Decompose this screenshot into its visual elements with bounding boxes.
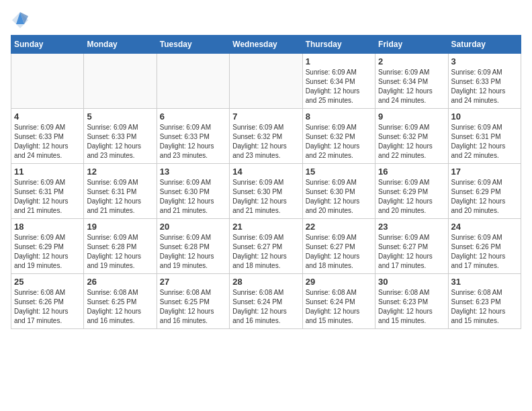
- calendar-cell: 8Sunrise: 6:09 AM Sunset: 6:32 PM Daylig…: [302, 109, 375, 164]
- weekday-header-friday: Friday: [375, 36, 448, 54]
- day-info: Sunrise: 6:09 AM Sunset: 6:27 PM Dayligh…: [378, 233, 445, 271]
- day-number: 2: [378, 56, 445, 66]
- day-number: 27: [160, 277, 226, 287]
- day-info: Sunrise: 6:09 AM Sunset: 6:32 PM Dayligh…: [306, 123, 372, 161]
- day-info: Sunrise: 6:09 AM Sunset: 6:29 PM Dayligh…: [451, 178, 518, 216]
- day-number: 6: [160, 111, 226, 122]
- day-info: Sunrise: 6:09 AM Sunset: 6:34 PM Dayligh…: [306, 68, 372, 105]
- day-number: 17: [451, 167, 518, 177]
- calendar-cell: 21Sunrise: 6:09 AM Sunset: 6:27 PM Dayli…: [230, 219, 302, 274]
- day-info: Sunrise: 6:09 AM Sunset: 6:30 PM Dayligh…: [232, 178, 299, 216]
- calendar-cell: 22Sunrise: 6:09 AM Sunset: 6:27 PM Dayli…: [302, 219, 375, 274]
- calendar-cell: 23Sunrise: 6:09 AM Sunset: 6:27 PM Dayli…: [375, 219, 448, 274]
- day-info: Sunrise: 6:09 AM Sunset: 6:33 PM Dayligh…: [160, 123, 226, 161]
- day-number: 12: [87, 167, 153, 177]
- weekday-header-wednesday: Wednesday: [230, 36, 302, 54]
- day-info: Sunrise: 6:09 AM Sunset: 6:27 PM Dayligh…: [232, 233, 299, 271]
- day-info: Sunrise: 6:09 AM Sunset: 6:33 PM Dayligh…: [87, 123, 153, 161]
- calendar-header: SundayMondayTuesdayWednesdayThursdayFrid…: [11, 36, 521, 54]
- calendar-body: 1Sunrise: 6:09 AM Sunset: 6:34 PM Daylig…: [11, 54, 521, 329]
- calendar-cell: 7Sunrise: 6:09 AM Sunset: 6:32 PM Daylig…: [230, 109, 302, 164]
- day-number: 5: [87, 111, 153, 122]
- day-info: Sunrise: 6:09 AM Sunset: 6:28 PM Dayligh…: [160, 233, 226, 271]
- calendar-cell: 20Sunrise: 6:09 AM Sunset: 6:28 PM Dayli…: [157, 219, 229, 274]
- day-info: Sunrise: 6:08 AM Sunset: 6:24 PM Dayligh…: [232, 288, 299, 326]
- day-number: 10: [451, 111, 518, 122]
- calendar-cell: [84, 54, 157, 109]
- day-info: Sunrise: 6:08 AM Sunset: 6:26 PM Dayligh…: [14, 288, 81, 326]
- calendar-cell: 24Sunrise: 6:09 AM Sunset: 6:26 PM Dayli…: [448, 219, 521, 274]
- day-number: 1: [306, 56, 372, 66]
- day-number: 14: [232, 167, 299, 177]
- day-number: 29: [306, 277, 372, 287]
- calendar-week-1: 1Sunrise: 6:09 AM Sunset: 6:34 PM Daylig…: [11, 54, 521, 109]
- day-number: 28: [232, 277, 299, 287]
- day-number: 4: [14, 111, 81, 122]
- calendar-week-2: 4Sunrise: 6:09 AM Sunset: 6:33 PM Daylig…: [11, 109, 521, 164]
- day-info: Sunrise: 6:09 AM Sunset: 6:31 PM Dayligh…: [87, 178, 153, 216]
- calendar-cell: 19Sunrise: 6:09 AM Sunset: 6:28 PM Dayli…: [84, 219, 157, 274]
- calendar-cell: 18Sunrise: 6:09 AM Sunset: 6:29 PM Dayli…: [11, 219, 84, 274]
- day-number: 22: [306, 222, 372, 232]
- calendar-cell: 11Sunrise: 6:09 AM Sunset: 6:31 PM Dayli…: [11, 164, 84, 219]
- calendar-cell: [230, 54, 302, 109]
- calendar-cell: 9Sunrise: 6:09 AM Sunset: 6:32 PM Daylig…: [375, 109, 448, 164]
- day-info: Sunrise: 6:09 AM Sunset: 6:30 PM Dayligh…: [306, 178, 372, 216]
- day-info: Sunrise: 6:08 AM Sunset: 6:23 PM Dayligh…: [378, 288, 445, 326]
- day-number: 30: [378, 277, 445, 287]
- day-number: 31: [451, 277, 518, 287]
- day-number: 11: [14, 167, 81, 177]
- day-info: Sunrise: 6:09 AM Sunset: 6:33 PM Dayligh…: [451, 68, 518, 105]
- calendar-table: SundayMondayTuesdayWednesdayThursdayFrid…: [11, 35, 521, 329]
- calendar-cell: 29Sunrise: 6:08 AM Sunset: 6:24 PM Dayli…: [302, 274, 375, 329]
- day-number: 26: [87, 277, 153, 287]
- calendar-cell: 1Sunrise: 6:09 AM Sunset: 6:34 PM Daylig…: [302, 54, 375, 109]
- day-info: Sunrise: 6:09 AM Sunset: 6:32 PM Dayligh…: [378, 123, 445, 161]
- calendar-cell: 16Sunrise: 6:09 AM Sunset: 6:29 PM Dayli…: [375, 164, 448, 219]
- calendar-week-4: 18Sunrise: 6:09 AM Sunset: 6:29 PM Dayli…: [11, 219, 521, 274]
- calendar-cell: 25Sunrise: 6:08 AM Sunset: 6:26 PM Dayli…: [11, 274, 84, 329]
- day-info: Sunrise: 6:09 AM Sunset: 6:33 PM Dayligh…: [14, 123, 81, 161]
- calendar-cell: 15Sunrise: 6:09 AM Sunset: 6:30 PM Dayli…: [302, 164, 375, 219]
- day-number: 25: [14, 277, 81, 287]
- calendar-cell: 31Sunrise: 6:08 AM Sunset: 6:23 PM Dayli…: [448, 274, 521, 329]
- weekday-header-tuesday: Tuesday: [157, 36, 229, 54]
- day-info: Sunrise: 6:09 AM Sunset: 6:29 PM Dayligh…: [14, 233, 81, 271]
- day-number: 8: [306, 111, 372, 122]
- day-number: 18: [14, 222, 81, 232]
- day-info: Sunrise: 6:09 AM Sunset: 6:34 PM Dayligh…: [378, 68, 445, 105]
- day-number: 16: [378, 167, 445, 177]
- calendar-cell: 3Sunrise: 6:09 AM Sunset: 6:33 PM Daylig…: [448, 54, 521, 109]
- day-info: Sunrise: 6:09 AM Sunset: 6:28 PM Dayligh…: [87, 233, 153, 271]
- page-header: [11, 11, 521, 30]
- calendar-cell: 26Sunrise: 6:08 AM Sunset: 6:25 PM Dayli…: [84, 274, 157, 329]
- calendar-cell: 5Sunrise: 6:09 AM Sunset: 6:33 PM Daylig…: [84, 109, 157, 164]
- calendar-cell: 2Sunrise: 6:09 AM Sunset: 6:34 PM Daylig…: [375, 54, 448, 109]
- calendar-cell: 30Sunrise: 6:08 AM Sunset: 6:23 PM Dayli…: [375, 274, 448, 329]
- logo: [11, 11, 32, 30]
- day-number: 21: [232, 222, 299, 232]
- day-info: Sunrise: 6:08 AM Sunset: 6:25 PM Dayligh…: [87, 288, 153, 326]
- calendar-cell: 4Sunrise: 6:09 AM Sunset: 6:33 PM Daylig…: [11, 109, 84, 164]
- day-number: 7: [232, 111, 299, 122]
- calendar-week-5: 25Sunrise: 6:08 AM Sunset: 6:26 PM Dayli…: [11, 274, 521, 329]
- weekday-header-row: SundayMondayTuesdayWednesdayThursdayFrid…: [11, 36, 521, 54]
- day-info: Sunrise: 6:09 AM Sunset: 6:32 PM Dayligh…: [232, 123, 299, 161]
- day-info: Sunrise: 6:08 AM Sunset: 6:25 PM Dayligh…: [160, 288, 226, 326]
- weekday-header-sunday: Sunday: [11, 36, 84, 54]
- day-info: Sunrise: 6:08 AM Sunset: 6:23 PM Dayligh…: [451, 288, 518, 326]
- day-number: 19: [87, 222, 153, 232]
- day-number: 23: [378, 222, 445, 232]
- day-info: Sunrise: 6:09 AM Sunset: 6:31 PM Dayligh…: [14, 178, 81, 216]
- calendar-week-3: 11Sunrise: 6:09 AM Sunset: 6:31 PM Dayli…: [11, 164, 521, 219]
- day-number: 13: [160, 167, 226, 177]
- calendar-cell: 27Sunrise: 6:08 AM Sunset: 6:25 PM Dayli…: [157, 274, 229, 329]
- day-info: Sunrise: 6:09 AM Sunset: 6:29 PM Dayligh…: [378, 178, 445, 216]
- calendar-cell: [11, 54, 84, 109]
- day-info: Sunrise: 6:08 AM Sunset: 6:24 PM Dayligh…: [306, 288, 372, 326]
- day-number: 3: [451, 56, 518, 66]
- calendar-cell: 13Sunrise: 6:09 AM Sunset: 6:30 PM Dayli…: [157, 164, 229, 219]
- weekday-header-thursday: Thursday: [302, 36, 375, 54]
- day-number: 9: [378, 111, 445, 122]
- calendar-cell: 14Sunrise: 6:09 AM Sunset: 6:30 PM Dayli…: [230, 164, 302, 219]
